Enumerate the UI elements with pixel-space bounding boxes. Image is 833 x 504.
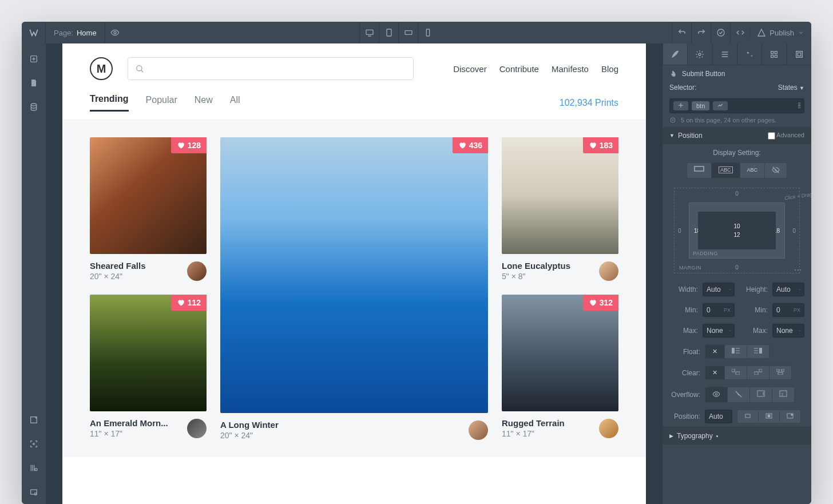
card-lone-eucalyptus[interactable]: 183 Lone Eucalyptus5" × 8": [502, 137, 618, 281]
float-left-button[interactable]: [725, 344, 747, 359]
position-fixed-button[interactable]: [780, 410, 801, 423]
device-tablet-landscape-button[interactable]: [398, 22, 418, 43]
avatar[interactable]: [187, 261, 207, 281]
margin-top-value[interactable]: 0: [735, 191, 739, 197]
like-badge[interactable]: 183: [583, 137, 618, 153]
typography-section-header[interactable]: ▶Typography•: [663, 427, 811, 445]
display-inline-block-button[interactable]: ABC: [712, 162, 740, 178]
padding-bottom-value[interactable]: 12: [733, 232, 740, 238]
site-logo[interactable]: M: [90, 57, 113, 80]
settings-tab[interactable]: [687, 43, 712, 65]
like-badge[interactable]: 312: [583, 295, 618, 311]
pages-button[interactable]: [22, 71, 46, 95]
position-absolute-button[interactable]: [759, 410, 780, 423]
overflow-auto-button[interactable]: [772, 387, 795, 403]
overflow-scroll-button[interactable]: [750, 387, 772, 403]
position-section-header[interactable]: ▼Position Advanced: [663, 127, 811, 144]
clear-both-button[interactable]: [769, 366, 792, 380]
code-button[interactable]: [730, 22, 749, 43]
card-emerald-morn[interactable]: 112 An Emerald Morn...11" × 17": [90, 295, 207, 438]
float-none-button[interactable]: ✕: [705, 344, 725, 359]
webflow-logo[interactable]: [22, 22, 46, 43]
card-title[interactable]: An Emerald Morn...: [90, 418, 181, 428]
like-badge[interactable]: 128: [171, 137, 207, 153]
avatar[interactable]: [599, 419, 618, 438]
preview-eye-button[interactable]: [105, 22, 125, 43]
interactions-tab[interactable]: [761, 43, 786, 65]
assets-tab[interactable]: [787, 43, 811, 65]
avatar[interactable]: [187, 419, 207, 438]
display-none-button[interactable]: [765, 162, 787, 178]
card-sheared-falls[interactable]: 128 Sheared Falls20" × 24": [90, 137, 207, 281]
layout-tab[interactable]: [712, 43, 737, 65]
redo-button[interactable]: [691, 22, 711, 43]
height-input[interactable]: Auto-: [772, 283, 804, 296]
position-select[interactable]: Auto: [705, 410, 732, 423]
avatar[interactable]: [469, 420, 488, 440]
svg-rect-25: [754, 372, 758, 375]
nav-contribute[interactable]: Contribute: [499, 64, 539, 74]
card-rugged-terrain[interactable]: 312 Rugged Terrain11" × 17": [502, 295, 618, 438]
device-desktop-button[interactable]: [359, 22, 379, 43]
audit-button[interactable]: [22, 456, 46, 480]
device-tablet-button[interactable]: [379, 22, 398, 43]
selector-field[interactable]: btn ⦙⦙: [669, 98, 804, 113]
class-chip[interactable]: btn: [692, 101, 709, 110]
display-block-button[interactable]: [687, 162, 712, 178]
display-inline-button[interactable]: ABC: [740, 162, 765, 178]
overflow-hidden-button[interactable]: [728, 387, 750, 403]
margin-bottom-value[interactable]: 0: [735, 264, 739, 271]
tab-trending[interactable]: Trending: [90, 94, 129, 112]
effects-tab[interactable]: [737, 43, 761, 65]
card-title[interactable]: A Long Winter: [220, 420, 463, 430]
all-chip[interactable]: [673, 101, 688, 110]
design-canvas[interactable]: M Discover Contribute Manifesto Blog Tre…: [62, 43, 646, 504]
overflow-visible-button[interactable]: [705, 387, 728, 403]
advanced-checkbox[interactable]: [768, 132, 775, 140]
clear-right-button[interactable]: [747, 366, 769, 380]
page-selector[interactable]: Page: Home: [46, 22, 105, 43]
like-badge[interactable]: 436: [453, 137, 488, 153]
card-title[interactable]: Lone Eucalyptus: [502, 261, 593, 271]
width-input[interactable]: Auto-: [703, 283, 735, 296]
states-dropdown[interactable]: States ▼: [778, 84, 804, 92]
tab-new[interactable]: New: [195, 95, 213, 111]
svg-point-29: [715, 393, 717, 395]
card-title[interactable]: Sheared Falls: [90, 261, 181, 271]
margin-left-value[interactable]: 0: [678, 228, 681, 234]
xray-button[interactable]: [22, 480, 46, 504]
selector-menu-button[interactable]: ⦙⦙: [798, 102, 800, 110]
add-class-button[interactable]: [713, 101, 728, 110]
box-more-button[interactable]: ⋯: [794, 265, 802, 275]
min-width-input[interactable]: 0PX: [703, 303, 735, 317]
like-badge[interactable]: 112: [171, 295, 207, 311]
undo-button[interactable]: [672, 22, 691, 43]
avatar[interactable]: [599, 261, 618, 281]
nav-blog[interactable]: Blog: [601, 64, 618, 74]
tab-all[interactable]: All: [230, 95, 240, 111]
cms-button[interactable]: [22, 95, 46, 119]
tab-popular[interactable]: Popular: [146, 95, 177, 111]
max-width-input[interactable]: None-: [703, 324, 735, 338]
nav-manifesto[interactable]: Manifesto: [552, 64, 589, 74]
float-right-button[interactable]: [747, 344, 769, 359]
add-element-button[interactable]: [22, 47, 46, 71]
box-model-editor[interactable]: MARGIN 0 0 0 0 PADDING 18 18 10 12 ⋯ Cli…: [674, 188, 800, 273]
checkmark-button[interactable]: [711, 22, 730, 43]
publish-button[interactable]: Publish: [749, 28, 811, 37]
margin-right-value[interactable]: 0: [792, 228, 796, 234]
card-long-winter[interactable]: 436 A Long Winter20" × 24": [220, 137, 488, 440]
search-input[interactable]: [128, 57, 414, 80]
nav-discover[interactable]: Discover: [453, 64, 486, 74]
card-title[interactable]: Rugged Terrain: [502, 418, 593, 428]
max-height-input[interactable]: None-: [772, 324, 804, 338]
clear-none-button[interactable]: ✕: [705, 366, 725, 380]
clear-left-button[interactable]: [725, 366, 747, 380]
focus-button[interactable]: [22, 432, 46, 456]
padding-top-value[interactable]: 10: [733, 223, 740, 229]
position-relative-button[interactable]: [737, 410, 759, 423]
min-height-input[interactable]: 0PX: [772, 303, 804, 317]
navigator-button[interactable]: [22, 408, 46, 432]
device-phone-button[interactable]: [418, 22, 437, 43]
style-tab[interactable]: [663, 43, 687, 65]
